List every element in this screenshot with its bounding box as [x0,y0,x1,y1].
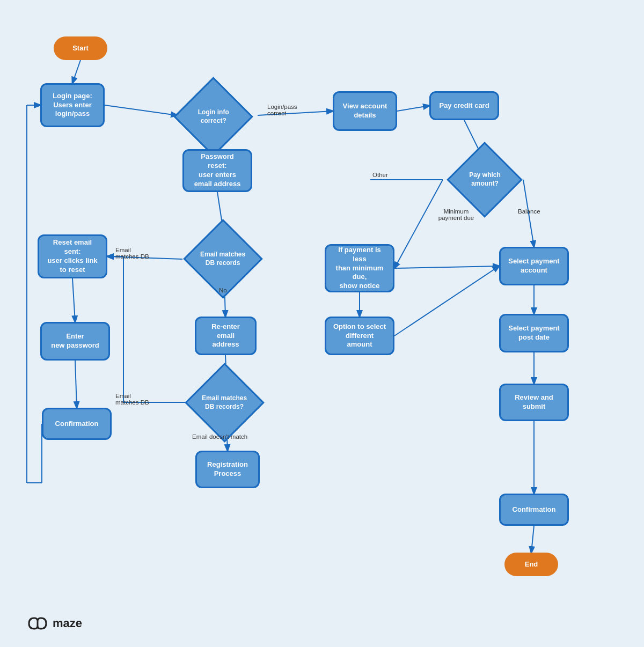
reenter-email-node: Re-enteremail address [195,317,257,355]
svg-line-22 [394,266,499,336]
svg-line-9 [75,361,77,408]
flowchart-diagram: Start Login page:Users enterlogin/pass L… [0,0,644,647]
email-matches-2-diamond: Email matchesDB records? [171,374,278,431]
maze-logo: maze [27,616,82,631]
pay-credit-card-node: Pay credit card [429,91,499,120]
review-submit-node: Review andsubmit [499,384,569,421]
if-payment-less-node: If payment is lessthan minimum due,show … [325,244,394,292]
reset-email-sent-node: Reset email sent:user clicks linkto rese… [38,234,107,278]
svg-line-3 [397,106,429,111]
confirmation-left-node: Confirmation [42,408,112,440]
select-payment-postdate-node: Select paymentpost date [499,314,569,352]
select-diff-amount-node: Option to selectdifferent amount [325,317,394,355]
svg-line-0 [72,60,80,83]
maze-logo-icon [27,616,48,631]
minimum-payment-label: Minimumpayment due [429,208,483,221]
login-correct-diamond: Login infocorrect? [164,89,263,145]
registration-node: RegistrationProcess [195,451,260,488]
email-matches-1-diamond: Email matchesDB records [169,231,276,287]
maze-logo-text: maze [53,616,82,630]
login-pass-correct-label: Login/passcorrect [267,104,297,116]
svg-line-28 [531,526,534,553]
email-matches-label: Emailmatches DB [115,247,149,260]
end-node: End [504,553,558,576]
no-label: No [219,287,227,293]
email-doesnt-match-label: Email doesn't match [192,433,247,440]
balance-label: Balance [518,208,540,215]
view-account-node: View accountdetails [333,91,397,131]
other-label: Other [372,172,388,178]
svg-line-8 [72,278,75,322]
svg-line-23 [394,266,499,268]
email-matches-label-2: Emailmatches DB [115,393,149,406]
enter-new-password-node: Enternew password [40,322,110,361]
password-reset-node: Password reset:user entersemail address [182,149,252,192]
pay-which-diamond: Pay whichamount? [440,153,529,207]
svg-line-20 [394,180,443,268]
login-page-node: Login page:Users enterlogin/pass [40,83,105,127]
select-payment-account-node: Select paymentaccount [499,247,569,285]
start-node: Start [54,36,107,60]
confirmation-right-node: Confirmation [499,494,569,526]
